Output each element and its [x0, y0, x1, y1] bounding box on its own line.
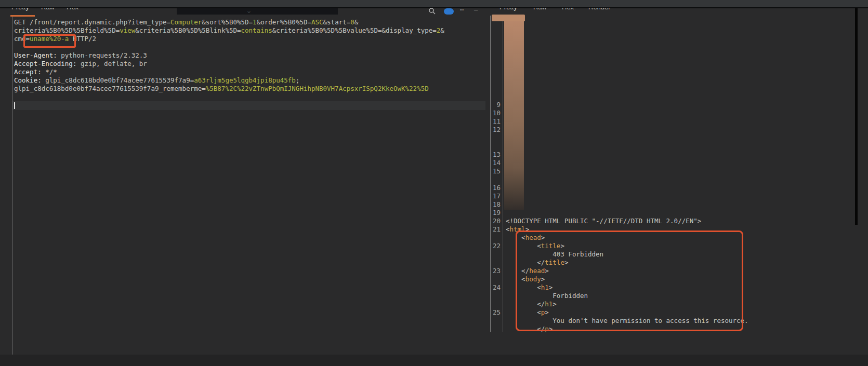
- response-row-12: [506, 200, 855, 209]
- request-text-caret: [14, 102, 15, 109]
- response-line-number: 12: [488, 126, 501, 134]
- response-row-7: [506, 159, 855, 167]
- chevron-down-icon[interactable]: ⌄: [243, 7, 255, 14]
- response-line-number: 19: [488, 209, 501, 217]
- request-line-11: [14, 101, 484, 110]
- response-line-number: 22: [488, 242, 501, 250]
- response-row-4: [506, 134, 855, 142]
- minimize-icon[interactable]: —: [474, 6, 478, 13]
- response-row-0: [506, 101, 855, 109]
- response-line-number: [488, 259, 501, 267]
- response-row-11: [506, 192, 855, 200]
- request-line-2: criteria%5B0%5D%5Bfield%5D=view&criteria…: [14, 26, 484, 35]
- response-line-number: [488, 317, 501, 325]
- bottom-band: [0, 355, 868, 366]
- response-line-number: [488, 250, 501, 259]
- response-line-number: 9: [488, 101, 501, 109]
- response-row-6: [506, 151, 855, 159]
- response-row-10: [506, 184, 855, 192]
- response-line-number: [488, 275, 501, 283]
- response-line-number: [488, 175, 501, 184]
- response-gutter-divider: [503, 16, 503, 332]
- tabbar-empty-area: [177, 7, 338, 15]
- request-line-8: Cookie: glpi_c8dc618bd0e0bf74acee7761553…: [14, 76, 484, 85]
- request-editor[interactable]: GET /front/report.dynamic.php?item_type=…: [14, 16, 484, 332]
- response-line-number: 13: [488, 151, 501, 159]
- response-line-number: 17: [488, 192, 501, 200]
- more-icon[interactable]: ⋯: [460, 6, 464, 13]
- response-line-number: 11: [488, 117, 501, 126]
- response-row-2: [506, 117, 855, 126]
- response-highlight-box: [516, 231, 743, 331]
- request-selection-box: [23, 34, 76, 48]
- response-line-number: [488, 300, 501, 308]
- response-row-8: [506, 167, 855, 175]
- response-line-number: [488, 142, 501, 151]
- request-line-10: [14, 93, 484, 101]
- response-line-number: 20: [488, 217, 501, 225]
- response-scrollbar[interactable]: [855, 7, 858, 225]
- response-line-number: 21: [488, 225, 501, 234]
- response-line-number: 18: [488, 200, 501, 209]
- response-row-9: [506, 175, 855, 184]
- request-editor-left-border: [12, 16, 12, 355]
- response-row-13: [506, 209, 855, 217]
- ai-badge-icon[interactable]: [444, 8, 454, 15]
- response-line-number-gutter: 910111213141516171819202122232425: [488, 16, 501, 332]
- response-line-number: [488, 292, 501, 300]
- request-line-9: glpi_c8dc618bd0e0bf74acee77615539f7a9_re…: [14, 85, 484, 93]
- response-line-number: 15: [488, 167, 501, 175]
- response-line-number: 24: [488, 283, 501, 292]
- response-row-5: [506, 142, 855, 151]
- search-icon[interactable]: [428, 7, 436, 17]
- response-line-number: 23: [488, 267, 501, 275]
- request-line-1: GET /front/report.dynamic.php?item_type=…: [14, 18, 484, 26]
- response-row-14: <!DOCTYPE HTML PUBLIC "-//IETF//DTD HTML…: [506, 217, 855, 225]
- request-line-6: Accept-Encoding: gzip, deflate, br: [14, 60, 484, 68]
- response-line-number: [488, 134, 501, 142]
- response-row-1: [506, 109, 855, 117]
- response-line-number: [488, 234, 501, 242]
- request-line-4: [14, 43, 484, 51]
- response-line-number: [488, 325, 501, 332]
- response-line-number: 10: [488, 109, 501, 117]
- response-line-number: 16: [488, 184, 501, 192]
- request-line-7: Accept: */*: [14, 68, 484, 76]
- request-line-3: cmd=uname%20-a HTTP/2: [14, 35, 484, 43]
- request-line-5: User-Agent: python-requests/2.32.3: [14, 51, 484, 60]
- response-line-number: 25: [488, 308, 501, 317]
- response-row-3: [506, 126, 855, 134]
- window-top-strip: [0, 0, 868, 7]
- response-line-number: 14: [488, 159, 501, 167]
- message-editor-window: GET /front/report.dynamic.php?item_type=…: [0, 0, 868, 366]
